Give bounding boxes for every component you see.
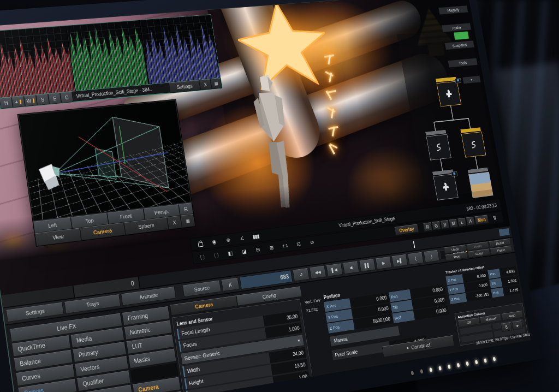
vert-fov-value: 21.832 xyxy=(306,306,322,313)
timeline-scroll-thumb[interactable] xyxy=(499,228,510,236)
node-plugin[interactable] xyxy=(433,174,459,200)
scope-e-button[interactable]: E xyxy=(48,93,62,104)
puzzle-icon xyxy=(441,182,451,193)
globe-icon[interactable]: ⊕ xyxy=(221,234,236,245)
scope-waveform-button[interactable]: W xyxy=(23,95,37,106)
panel-close-button[interactable]: X xyxy=(167,216,182,230)
tracker-tilt-label: Tilt xyxy=(489,278,502,288)
source-button[interactable]: Source xyxy=(182,280,221,297)
lock-icon[interactable] xyxy=(193,238,207,250)
paren-icon[interactable]: ( ) xyxy=(209,250,224,261)
chevron-down-icon: ▾ xyxy=(269,387,271,391)
bypass-button[interactable]: By-Pass xyxy=(358,363,395,380)
slash-icon[interactable]: ⊘ xyxy=(305,237,319,248)
lens-sensor-group: Lens and Sensor Focal Length 35.00 Focus… xyxy=(172,299,314,392)
channel-g-button[interactable]: G xyxy=(432,221,441,230)
roll-label: Roll xyxy=(392,311,414,324)
screen: パチィントン Magnify Audio Snapshot xyxy=(0,0,531,392)
brace-icon[interactable]: { } xyxy=(195,251,210,263)
scopes-grid-icon[interactable]: ▦ xyxy=(210,78,222,89)
channel-l-button[interactable]: L xyxy=(457,218,467,227)
node-scratch-selected[interactable] xyxy=(461,132,486,158)
loop-in-button[interactable]: ( xyxy=(408,252,424,265)
scope-histogram-button[interactable]: H xyxy=(0,97,13,109)
monitor: パチィントン Magnify Audio Snapshot xyxy=(0,0,542,392)
stop-button[interactable]: ▌▌ xyxy=(359,259,376,272)
one-to-one-icon[interactable]: 1:1 xyxy=(278,240,292,251)
scopes-close-button[interactable]: X xyxy=(199,79,212,90)
tracker-offset-group: Tracker / Animation Offset X Pos 0.000 P… xyxy=(444,259,521,305)
go-start-button[interactable]: ◀◀ xyxy=(310,266,326,279)
camera-frustum xyxy=(19,100,191,218)
camera-3d-panel: Left Top Front Persp. R View Camera Sphe… xyxy=(17,99,196,247)
angle-icon[interactable]: ∠ xyxy=(235,233,249,243)
channel-m-button[interactable]: M xyxy=(449,219,458,228)
zoom-in-icon[interactable]: ⊞ xyxy=(264,242,278,253)
fit-screen-icon[interactable]: ⊡ xyxy=(292,239,306,250)
keyframe-button[interactable]: K xyxy=(221,278,240,292)
menu-audio[interactable]: Audio xyxy=(441,23,471,33)
play-button[interactable]: ▶ xyxy=(376,257,392,270)
mon-button[interactable]: Mon xyxy=(474,215,489,224)
waveform-blue xyxy=(140,15,220,84)
tracker-zpos-label: Z Pos xyxy=(449,293,467,304)
sort-icon[interactable]: ⇅ xyxy=(488,213,501,223)
go-end-button[interactable]: ▶▌ xyxy=(391,254,408,268)
overlay-button[interactable]: Overlay xyxy=(394,224,419,235)
menu-tools[interactable]: Tools xyxy=(448,58,478,68)
panel-grid-icon[interactable]: ▦ xyxy=(180,214,195,228)
s-logo-icon xyxy=(434,142,443,152)
histogram-icon[interactable]: ▮▮▮ xyxy=(248,231,263,242)
scope-s-button[interactable]: S xyxy=(36,94,50,105)
waveform-red xyxy=(0,26,75,98)
node-badge xyxy=(451,171,457,177)
chevron-down-icon: ▾ xyxy=(257,389,259,392)
node-media-thumbnail[interactable] xyxy=(468,172,493,198)
spin-arrow-button[interactable]: ▸ xyxy=(512,320,524,330)
loop-button[interactable]: ↺ xyxy=(293,268,310,281)
spin-value-field[interactable]: 8 xyxy=(501,322,512,332)
channel-a-button[interactable]: A xyxy=(466,217,475,226)
vert-fov: Vert. FoV 21.832 xyxy=(305,298,323,313)
focus-target-icon[interactable]: ◉ xyxy=(207,236,222,247)
playhead[interactable] xyxy=(413,241,415,248)
channel-b-button[interactable]: B xyxy=(440,220,449,229)
play-reverse-button[interactable]: ◀ xyxy=(343,261,360,274)
zoom-out-icon[interactable]: ⊟ xyxy=(251,244,265,255)
chevron-down-icon: ▼ xyxy=(297,338,301,343)
tracker-roll-label: Roll xyxy=(491,288,504,298)
node-scratch[interactable] xyxy=(426,134,451,161)
tracker-roll-value[interactable]: 1.475 xyxy=(503,285,521,296)
step-back-button[interactable]: ▌◀ xyxy=(326,263,343,276)
bullet-icon: ● xyxy=(407,346,409,350)
scopes-settings-button[interactable]: Settings xyxy=(169,80,201,93)
menu-magnify[interactable]: Magnify xyxy=(438,5,468,15)
waveform-green xyxy=(66,20,148,91)
split-view-icon[interactable]: ◧ xyxy=(223,247,238,259)
menu-snapshot[interactable]: Snapshot xyxy=(444,40,474,50)
scope-add-button[interactable]: + xyxy=(11,96,25,108)
channel-r-button[interactable]: R xyxy=(423,222,432,231)
puzzle-icon xyxy=(444,88,454,99)
s-logo-icon xyxy=(469,140,478,150)
node-plugin-selected[interactable] xyxy=(437,81,462,107)
loop-out-button[interactable]: ) xyxy=(424,250,440,263)
vert-fov-label: Vert. FoV xyxy=(305,298,321,305)
player-timecode: 683 - 00:00:23:23 xyxy=(466,203,498,211)
wipe-icon[interactable]: ◪ xyxy=(237,246,251,257)
tracker-pan-label: Pan xyxy=(487,269,501,279)
scope-c-button[interactable]: C xyxy=(60,92,74,103)
camera-3d-viewport[interactable] xyxy=(18,99,192,222)
